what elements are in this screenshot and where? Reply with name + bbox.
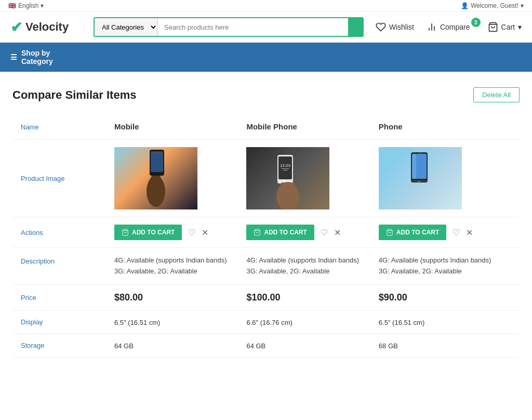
svg-rect-12: [281, 182, 295, 197]
header: ✔ Velocity All Categories Mobiles Electr…: [0, 12, 532, 43]
actions-row: Actions ADD TO CART ♡ ✕: [12, 217, 520, 248]
cart-action[interactable]: Cart ▾: [488, 22, 522, 32]
product-3-storage-cell: 68 GB: [370, 334, 502, 357]
display-label: Display: [12, 310, 106, 334]
display-row: Display 6.5" (16.51 cm) 6.6" (16.76 cm) …: [12, 310, 520, 334]
search-button[interactable]: [348, 18, 363, 36]
svg-rect-7: [278, 156, 292, 179]
compare-table: Name Mobile Mobile Phone Phone Product I…: [12, 115, 520, 358]
product-3-display-cell: 6.5" (16.51 cm): [370, 310, 502, 334]
product-3-description: 4G: Available (supports Indian bands)3G:…: [379, 255, 494, 277]
product-2-wishlist-icon[interactable]: ♡: [321, 228, 328, 238]
price-label: Price: [12, 284, 106, 310]
product-2-add-to-cart-label: ADD TO CART: [264, 229, 307, 236]
product-3-name: Phone: [370, 115, 502, 140]
product-1-image: [114, 147, 197, 209]
search-bar: All Categories Mobiles Electronics Acces…: [94, 17, 364, 37]
compare-label: Compare: [440, 23, 470, 31]
product-3-remove-icon[interactable]: ✕: [466, 228, 473, 238]
price-row: Price $80.00 $100.00 $90.00: [12, 284, 520, 310]
cart-add-icon: [122, 229, 129, 236]
actions-label: Actions: [12, 217, 106, 248]
product-1-description: 4G: Available (supports Indian bands)3G:…: [114, 255, 230, 277]
cart-icon: [488, 22, 498, 32]
mobile-phone-svg: [135, 147, 177, 209]
svg-rect-5: [151, 176, 161, 191]
product-image-row: Product Image: [12, 140, 520, 217]
product-1-storage: 64 GB: [114, 342, 134, 350]
product-1-remove-icon[interactable]: ✕: [202, 228, 208, 238]
product-3-wishlist-icon[interactable]: ♡: [453, 228, 460, 238]
compare-action[interactable]: 3 Compare: [427, 22, 475, 32]
svg-rect-18: [412, 154, 416, 179]
search-input[interactable]: [158, 18, 348, 36]
svg-rect-10: [283, 170, 287, 170]
product-1-wishlist-icon[interactable]: ♡: [188, 228, 195, 238]
description-row: Description 4G: Available (supports Indi…: [12, 248, 520, 285]
logo[interactable]: ✔ Velocity: [10, 19, 83, 36]
product-1-add-to-cart[interactable]: ADD TO CART: [114, 225, 182, 240]
storage-label: Storage: [12, 334, 106, 357]
cart-label: Cart: [501, 23, 515, 31]
logo-text: Velocity: [25, 20, 69, 34]
product-2-image-cell: 12:23: [238, 140, 370, 217]
product-2-add-to-cart[interactable]: ADD TO CART: [246, 225, 314, 240]
product-3-price-cell: $90.00: [370, 284, 502, 310]
svg-rect-15: [418, 153, 422, 154]
compare-icon: [427, 22, 437, 32]
product-3-image: [379, 147, 462, 209]
product-2-name: Mobile Phone: [238, 115, 370, 140]
storage-row: Storage 64 GB 64 GB 68 GB: [12, 334, 520, 357]
product-3-add-to-cart[interactable]: ADD TO CART: [379, 225, 446, 240]
logo-checkmark: ✔: [10, 19, 22, 36]
hamburger-icon: ☰: [10, 53, 17, 61]
product-image-label: Product Image: [12, 140, 106, 217]
user-dropdown-icon: ▾: [521, 2, 524, 9]
product-1-price-cell: $80.00: [106, 284, 238, 310]
wishlist-action[interactable]: Wishlist: [376, 22, 414, 32]
name-row: Name Mobile Mobile Phone Phone: [12, 115, 520, 140]
top-bar: 🇬🇧 English ▾ 👤 Welcome, Guest! ▾: [0, 0, 532, 12]
phone-svg: [400, 147, 441, 209]
product-1-storage-cell: 64 GB: [106, 334, 238, 357]
category-select[interactable]: All Categories Mobiles Electronics Acces…: [95, 18, 158, 36]
page-title: Compare Similar Items: [12, 88, 136, 102]
language-label: English: [18, 2, 38, 9]
header-actions: Wishlist 3 Compare Cart ▾: [376, 22, 522, 32]
svg-rect-17: [417, 181, 421, 182]
product-2-image: 12:23: [246, 147, 329, 209]
mobile-phone-2-svg: 12:23: [267, 147, 309, 209]
shop-by-category[interactable]: ☰ Shop by Category: [0, 43, 92, 72]
heart-icon: [376, 22, 386, 32]
svg-rect-2: [151, 151, 163, 172]
svg-rect-9: [282, 168, 289, 169]
product-1-display-cell: 6.5" (16.51 cm): [106, 310, 238, 334]
language-dropdown-icon: ▾: [41, 2, 44, 9]
svg-text:12:23: 12:23: [280, 163, 291, 168]
language-selector[interactable]: 🇬🇧 English ▾: [8, 2, 44, 9]
product-2-actions: ADD TO CART ♡ ✕: [238, 217, 370, 248]
product-1-description-cell: 4G: Available (supports Indian bands)3G:…: [106, 248, 238, 285]
product-1-display: 6.5" (16.51 cm): [114, 319, 160, 326]
product-2-price: $100.00: [246, 292, 280, 303]
product-1-price: $80.00: [114, 292, 143, 303]
main-content: Compare Similar Items Delete All Name Mo…: [0, 72, 532, 373]
product-2-price-cell: $100.00: [238, 284, 370, 310]
cart-dropdown-icon: ▾: [518, 23, 522, 31]
user-area[interactable]: 👤 Welcome, Guest! ▾: [461, 2, 524, 9]
nav-bar: ☰ Shop by Category: [0, 43, 532, 72]
product-2-description-cell: 4G: Available (supports Indian bands)3G:…: [238, 248, 370, 285]
product-2-storage: 64 GB: [246, 342, 265, 350]
product-1-image-cell: [106, 140, 238, 217]
product-1-name: Mobile: [106, 115, 238, 140]
product-2-remove-icon[interactable]: ✕: [334, 228, 341, 238]
product-1-add-to-cart-label: ADD TO CART: [132, 229, 175, 236]
product-2-storage-cell: 64 GB: [238, 334, 370, 357]
page-header: Compare Similar Items Delete All: [12, 87, 520, 102]
product-3-image-cell: [370, 140, 502, 217]
product-3-storage: 68 GB: [379, 342, 398, 350]
delete-all-button[interactable]: Delete All: [473, 87, 520, 102]
user-greeting: Welcome, Guest!: [471, 2, 518, 9]
product-2-description: 4G: Available (supports Indian bands)3G:…: [246, 255, 362, 277]
product-3-actions: ADD TO CART ♡ ✕: [370, 217, 502, 248]
